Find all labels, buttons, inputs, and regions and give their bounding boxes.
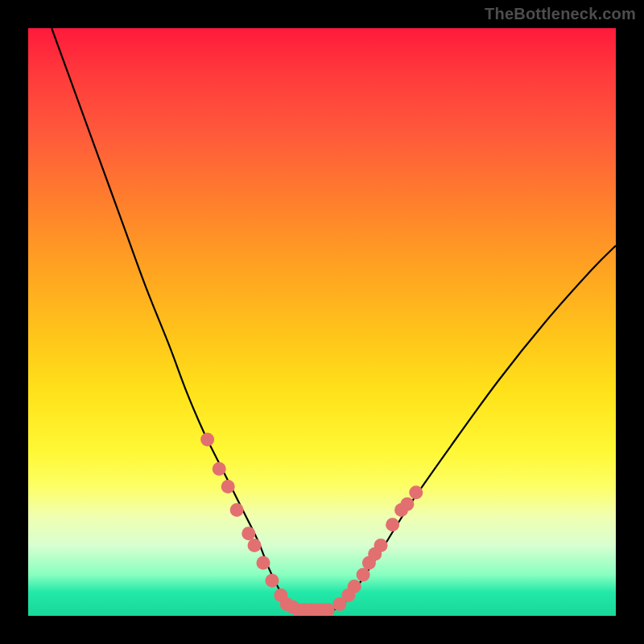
watermark-text: TheBottleneck.com bbox=[485, 5, 636, 23]
chart-gradient-background bbox=[28, 28, 616, 616]
